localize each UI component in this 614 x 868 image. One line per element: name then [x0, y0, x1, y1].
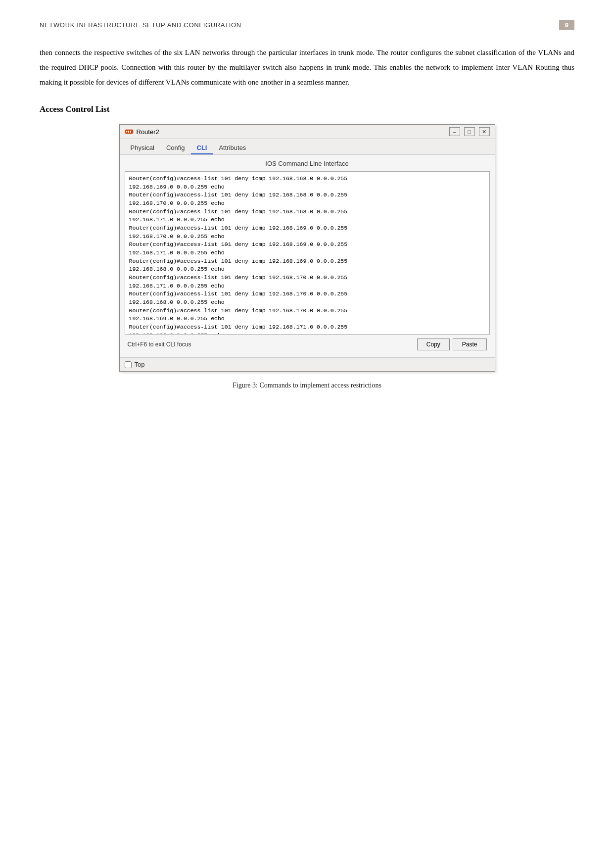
- header-title: NETWORK INFRASTRUCTURE SETUP AND CONFIGU…: [40, 21, 241, 29]
- cli-footer: Ctrl+F6 to exit CLI focus Copy Paste: [125, 335, 490, 352]
- window-controls: – □ ✕: [449, 127, 490, 136]
- maximize-button[interactable]: □: [464, 127, 475, 136]
- window-titlebar: Router2 – □ ✕: [120, 125, 495, 139]
- ios-title: IOS Command Line Interface: [125, 160, 490, 167]
- window-title-text: Router2: [137, 128, 159, 136]
- page-header: NETWORK INFRASTRUCTURE SETUP AND CONFIGU…: [40, 20, 574, 30]
- svg-point-1: [126, 131, 127, 133]
- paste-button[interactable]: Paste: [453, 338, 487, 350]
- cli-scrollbar-area: Router(config)#access-list 101 deny icmp…: [125, 171, 490, 335]
- titlebar-left: Router2: [125, 127, 159, 136]
- body-paragraph: then connects the respective switches of…: [40, 45, 574, 90]
- tab-physical[interactable]: Physical: [125, 142, 160, 154]
- section-heading: Access Control List: [40, 104, 574, 114]
- cli-buttons: Copy Paste: [417, 338, 487, 350]
- figure-caption: Figure 3: Commands to implement access r…: [40, 382, 574, 389]
- top-label: Top: [135, 361, 145, 368]
- cli-hint: Ctrl+F6 to exit CLI focus: [128, 341, 191, 348]
- page-number: 9: [559, 20, 574, 30]
- copy-button[interactable]: Copy: [417, 338, 450, 350]
- router-window: Router2 – □ ✕ Physical Config CLI Attrib…: [119, 124, 495, 372]
- tab-attributes[interactable]: Attributes: [213, 142, 252, 154]
- minimize-button[interactable]: –: [449, 127, 460, 136]
- close-button[interactable]: ✕: [479, 127, 490, 136]
- window-tabs: Physical Config CLI Attributes: [120, 139, 495, 155]
- svg-rect-3: [130, 131, 131, 133]
- window-body: IOS Command Line Interface Router(config…: [120, 155, 495, 357]
- cli-output-area[interactable]: Router(config)#access-list 101 deny icmp…: [125, 171, 490, 335]
- tab-config[interactable]: Config: [160, 142, 191, 154]
- window-bottom: Top: [120, 357, 495, 371]
- tab-cli[interactable]: CLI: [191, 142, 213, 154]
- svg-rect-2: [128, 131, 129, 133]
- top-checkbox[interactable]: [125, 361, 132, 368]
- router-icon: [125, 127, 134, 136]
